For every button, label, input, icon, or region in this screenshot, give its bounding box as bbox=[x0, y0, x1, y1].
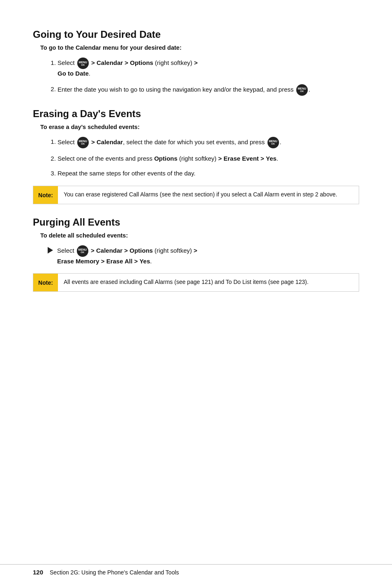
note-label-1: Note: bbox=[33, 186, 58, 204]
steps-erasing: Select MENUOK > Calendar, select the dat… bbox=[58, 137, 359, 178]
note-box-purging: Note: All events are erased including Ca… bbox=[33, 273, 359, 292]
menu-icon-4: MENUOK bbox=[267, 137, 279, 148]
bullet-item-purging: Select MENUOK > Calendar > Options (righ… bbox=[48, 245, 359, 266]
calendar-link-1: Calendar bbox=[97, 59, 123, 66]
erase-memory-link: Erase Memory bbox=[57, 258, 99, 265]
steps-going: Select MENUOK > Calendar > Options (righ… bbox=[58, 58, 359, 96]
step-2-going: Enter the date you wish to go to using t… bbox=[58, 84, 359, 96]
options-link-3: Options bbox=[129, 247, 153, 254]
calendar-link-2: Calendar bbox=[97, 138, 123, 145]
heading-purging: Purging All Events bbox=[33, 217, 359, 228]
step-1-erasing: Select MENUOK > Calendar, select the dat… bbox=[58, 137, 359, 148]
yes-link-1: Yes bbox=[266, 155, 277, 162]
step-3-erasing: Repeat the same steps for other events o… bbox=[58, 169, 359, 178]
options-link-2: Options bbox=[154, 155, 178, 162]
calendar-link-3: Calendar bbox=[96, 247, 122, 254]
step-2-erasing: Select one of the events and press Optio… bbox=[58, 154, 359, 164]
options-link-1: Options bbox=[130, 59, 153, 66]
footer-page-number: 120 bbox=[33, 569, 43, 576]
section-intro-purging: To delete all scheduled events: bbox=[40, 232, 359, 239]
chevron: > bbox=[91, 59, 95, 66]
erase-all-link: Erase All bbox=[106, 258, 133, 265]
heading-erasing-day: Erasing a Day's Events bbox=[33, 108, 359, 120]
chevron3: > bbox=[194, 59, 198, 66]
footer-title: Section 2G: Using the Phone's Calendar a… bbox=[50, 569, 179, 576]
section-intro-going: To go to the Calendar menu for your desi… bbox=[40, 44, 359, 51]
note-content-1: You can erase registered Call Alarms (se… bbox=[58, 186, 343, 204]
bullet-section-purging: Select MENUOK > Calendar > Options (righ… bbox=[48, 245, 359, 266]
note-label-2: Note: bbox=[33, 274, 58, 291]
menu-icon-2: MENUOK bbox=[296, 84, 308, 96]
menu-icon-5: MENUOK bbox=[77, 245, 88, 257]
chevron2: > bbox=[125, 59, 128, 66]
step-1-going: Select MENUOK > Calendar > Options (righ… bbox=[58, 58, 359, 78]
page-content: Going to Your Desired Date To go to the … bbox=[0, 0, 392, 334]
section-purging-all-events: Purging All Events To delete all schedul… bbox=[33, 217, 359, 292]
note-content-2: All events are erased including Call Ala… bbox=[58, 274, 314, 291]
page-footer: 120 Section 2G: Using the Phone's Calend… bbox=[0, 564, 392, 576]
yes-link-2: Yes bbox=[139, 258, 150, 265]
section-going-to-desired-date: Going to Your Desired Date To go to the … bbox=[33, 29, 359, 96]
bullet-triangle bbox=[48, 247, 53, 254]
section-erasing-day-events: Erasing a Day's Events To erase a day's … bbox=[33, 108, 359, 204]
menu-icon-1: MENUOK bbox=[77, 58, 89, 69]
heading-going-to-desired-date: Going to Your Desired Date bbox=[33, 29, 359, 40]
note-box-erasing: Note: You can erase registered Call Alar… bbox=[33, 186, 359, 204]
erase-event-link: Erase Event bbox=[224, 155, 259, 162]
section-intro-erasing: To erase a day's scheduled events: bbox=[40, 124, 359, 130]
bullet-text-purging: Select MENUOK > Calendar > Options (righ… bbox=[57, 245, 197, 266]
goto-date-link: Go to Date bbox=[58, 70, 89, 77]
menu-icon-3: MENUOK bbox=[77, 137, 89, 148]
